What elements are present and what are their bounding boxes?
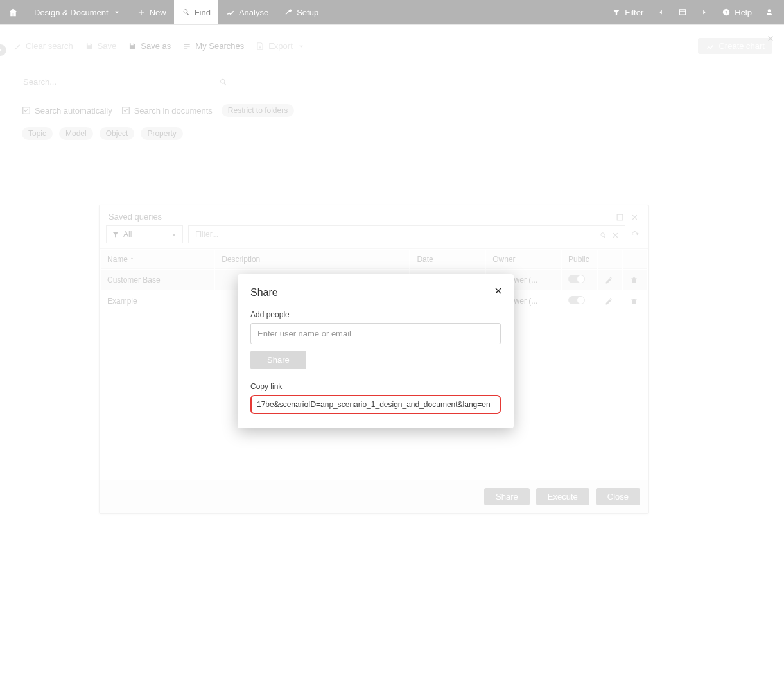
close-icon	[493, 286, 503, 296]
modal-title: Share	[250, 287, 501, 299]
row-edit-button[interactable]	[598, 270, 622, 290]
new-label: New	[150, 8, 166, 17]
save-as-icon	[128, 42, 137, 51]
row-delete-button[interactable]	[623, 291, 647, 311]
chevron-down-icon	[297, 42, 306, 51]
user-menu[interactable]	[758, 8, 780, 17]
panel-close-button[interactable]	[766, 31, 775, 45]
design-document-dropdown[interactable]: Design & Document	[26, 0, 129, 24]
close-icon	[766, 34, 775, 43]
checkbox-checked-icon	[121, 106, 130, 115]
panel-footer: Share Execute Close	[100, 480, 648, 513]
panel-filter-input[interactable]	[194, 229, 599, 239]
restrict-to-folders-chip[interactable]: Restrict to folders	[222, 104, 294, 117]
my-searches-button[interactable]: My Searches	[182, 41, 244, 51]
chart-line-icon	[226, 8, 235, 17]
col-desc[interactable]: Description	[215, 250, 409, 269]
export-icon	[256, 42, 265, 51]
analyse-tab[interactable]: Analyse	[218, 0, 276, 24]
home-icon	[8, 7, 19, 18]
close-icon	[631, 213, 639, 222]
chevron-left-icon	[656, 8, 665, 17]
search-automatically-checkbox[interactable]: Search automatically	[22, 106, 112, 116]
footer-share-button[interactable]: Share	[484, 488, 530, 505]
search-icon[interactable]	[218, 77, 229, 88]
trash-icon	[630, 297, 638, 306]
add-people-input[interactable]	[250, 323, 501, 344]
panel-close-button[interactable]	[631, 212, 639, 222]
refresh-icon	[631, 230, 640, 239]
setup-label: Setup	[297, 8, 318, 17]
create-chart-button[interactable]: Create chart	[698, 38, 772, 54]
nav-window[interactable]	[672, 8, 693, 17]
search-auto-label: Search automatically	[35, 106, 112, 116]
pencil-icon	[605, 276, 613, 284]
save-as-label: Save as	[141, 41, 171, 51]
save-icon	[85, 42, 94, 51]
panel-scope-dropdown[interactable]: All	[106, 225, 183, 243]
find-tab[interactable]: Find	[174, 0, 218, 24]
close-icon	[611, 231, 620, 239]
panel-title: Saved queries	[109, 212, 162, 222]
chevron-right-icon	[700, 8, 709, 17]
row-delete-button[interactable]	[623, 270, 647, 290]
footer-execute-button[interactable]: Execute	[536, 488, 589, 505]
top-nav: Design & Document New Find Analyse Setup…	[0, 0, 784, 24]
table-header-row: Name ↑ Description Date Owner Public	[101, 250, 647, 269]
topic-chip[interactable]: Topic	[22, 127, 53, 140]
help-button[interactable]: ? Help	[715, 8, 758, 17]
search-icon	[182, 8, 191, 17]
cell-name: Example	[101, 291, 214, 311]
search-input[interactable]	[22, 73, 234, 91]
home-button[interactable]	[0, 0, 26, 24]
analyse-label: Analyse	[239, 8, 268, 17]
footer-close-button[interactable]: Close	[596, 488, 640, 505]
create-chart-label: Create chart	[719, 41, 765, 51]
save-button[interactable]: Save	[85, 41, 117, 51]
add-people-label: Add people	[250, 310, 501, 319]
search-row	[9, 54, 784, 91]
filter-icon	[612, 8, 621, 17]
search-toolbar: Clear search Save Save as My Searches Ex…	[9, 25, 784, 54]
share-modal: Share Add people Share Copy link 17be&sc…	[238, 274, 514, 428]
save-as-button[interactable]: Save as	[128, 41, 171, 51]
panel-filter-clear[interactable]	[611, 230, 620, 239]
nav-right: Filter ? Help	[605, 0, 784, 24]
row-edit-button[interactable]	[598, 291, 622, 311]
modal-close-button[interactable]	[493, 283, 503, 296]
setup-tab[interactable]: Setup	[276, 0, 326, 24]
col-name[interactable]: Name ↑	[101, 250, 214, 269]
property-chip[interactable]: Property	[141, 127, 182, 140]
list-icon	[182, 42, 191, 51]
copy-link-field[interactable]: 17be&scenarioID=anp_scenario_1_design_an…	[250, 395, 501, 414]
filter-button[interactable]: Filter	[605, 8, 650, 17]
new-button[interactable]: New	[129, 0, 174, 24]
object-chip[interactable]: Object	[100, 127, 135, 140]
chevron-right-icon	[0, 47, 4, 53]
nav-prev[interactable]	[650, 8, 672, 17]
export-button[interactable]: Export	[256, 41, 306, 51]
panel-filter-search[interactable]	[599, 230, 607, 239]
filter-icon	[112, 231, 119, 238]
public-toggle[interactable]	[568, 275, 585, 283]
model-chip[interactable]: Model	[59, 127, 93, 140]
search-in-documents-checkbox[interactable]: Search in documents	[121, 106, 213, 116]
panel-refresh-button[interactable]	[631, 229, 641, 239]
sidebar-expand-handle[interactable]	[0, 44, 6, 56]
plus-icon	[137, 8, 146, 17]
search-options: Search automatically Search in documents…	[9, 91, 784, 117]
public-toggle[interactable]	[568, 296, 585, 304]
col-owner[interactable]: Owner	[486, 250, 561, 269]
checkbox-checked-icon	[22, 106, 31, 115]
my-searches-label: My Searches	[195, 41, 244, 51]
clear-search-button[interactable]: Clear search	[13, 41, 73, 51]
svg-text:?: ?	[725, 10, 727, 15]
modal-share-button[interactable]: Share	[250, 351, 306, 369]
col-public[interactable]: Public	[562, 250, 597, 269]
panel-maximize-button[interactable]	[616, 212, 624, 222]
filter-chips: Topic Model Object Property	[9, 117, 784, 140]
chevron-down-icon	[171, 232, 177, 238]
col-date[interactable]: Date	[410, 250, 485, 269]
chart-line-icon	[706, 42, 715, 51]
nav-next[interactable]	[693, 8, 715, 17]
